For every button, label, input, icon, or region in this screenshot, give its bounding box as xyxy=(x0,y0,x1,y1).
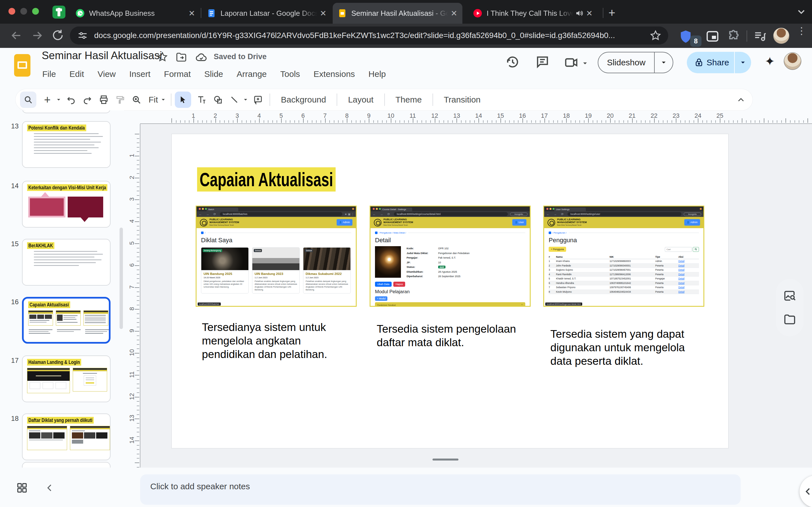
hide-menus-chevron-icon[interactable] xyxy=(737,96,745,104)
slides-toolbar: + Fit Background Layout Theme Transition xyxy=(15,89,753,110)
tab-search-chevron-icon[interactable] xyxy=(796,6,807,17)
select-tool-icon[interactable] xyxy=(175,92,191,108)
tab-google-slides-active[interactable]: Seminar Hasil Aktualisasi - Go ✕ xyxy=(333,3,462,24)
slide-thumbnail-18[interactable]: Daftar Diklat yang pernah diikuti xyxy=(22,413,110,460)
paint-format-icon[interactable] xyxy=(112,92,128,108)
line-dropdown-icon[interactable] xyxy=(243,97,250,103)
filmstrip-scrollbar[interactable] xyxy=(119,228,123,329)
document-title[interactable]: Seminar Hasil Aktualisasi xyxy=(42,50,162,62)
current-slide[interactable]: Capaian Aktualisasi Batch ← → ⟳ localhos… xyxy=(171,134,728,448)
window-zoom-button[interactable] xyxy=(32,8,39,15)
screenshot-diklat-saya[interactable]: Batch ← → ⟳ localhost:8000/batches ★ ▣ ⋮… xyxy=(196,206,357,307)
meet-camera-icon[interactable] xyxy=(564,55,578,70)
menu-file[interactable]: File xyxy=(42,68,56,80)
menu-insert[interactable]: Insert xyxy=(129,68,151,80)
version-history-icon[interactable] xyxy=(505,55,520,69)
lms-account-button: User xyxy=(512,219,526,226)
gemini-spark-icon[interactable]: ✦ xyxy=(765,54,775,68)
extensions-puzzle-icon[interactable] xyxy=(727,29,741,43)
site-settings-icon[interactable] xyxy=(77,30,88,41)
redo-icon[interactable] xyxy=(79,92,96,108)
slide-title-textbox[interactable]: Capaian Aktualisasi xyxy=(197,167,384,191)
share-button[interactable]: Share xyxy=(687,52,751,73)
tab-title: Laporan Latsar - Google Docs xyxy=(220,9,317,18)
pinned-tab[interactable] xyxy=(52,6,65,18)
url-bar[interactable]: docs.google.com/presentation/d/16Y9R-g33… xyxy=(70,26,668,45)
account-avatar[interactable] xyxy=(784,52,801,70)
menu-extensions[interactable]: Extensions xyxy=(313,68,356,80)
caption-2[interactable]: Tersedia sistem pengelolaan daftar mata … xyxy=(377,322,523,349)
tab-whatsapp-business[interactable]: WhatsApp Business ✕ xyxy=(70,3,200,24)
menu-arrange[interactable]: Arrange xyxy=(236,68,267,80)
print-icon[interactable] xyxy=(96,92,112,108)
slideshow-dropdown-icon[interactable] xyxy=(655,59,673,66)
search-menus-icon[interactable] xyxy=(20,92,36,108)
window-minimize-button[interactable] xyxy=(20,8,27,15)
saved-to-drive-cloud-icon[interactable] xyxy=(195,51,207,64)
picture-in-picture-icon[interactable] xyxy=(705,29,719,43)
slide-thumbnail-15[interactable]: BerAKHLAK xyxy=(22,239,110,286)
browser-profile-avatar[interactable] xyxy=(773,27,790,44)
slides-logo-icon[interactable] xyxy=(14,54,31,76)
menu-help[interactable]: Help xyxy=(368,68,387,80)
move-to-folder-icon[interactable] xyxy=(175,51,187,63)
caption-1[interactable]: Tersedianya sistem untuk mengelola angka… xyxy=(202,321,332,361)
insert-comment-icon[interactable] xyxy=(250,92,266,108)
folder-icon[interactable] xyxy=(783,313,796,326)
tab-audio-icon[interactable] xyxy=(575,9,583,17)
screenshot-course-detail[interactable]: Course Detail - Settings ← → ⟳ localhost… xyxy=(370,206,530,307)
slide-thumbnail-16-selected[interactable]: Capaian Aktualisasi xyxy=(22,297,110,344)
shape-tool-icon[interactable] xyxy=(210,92,226,108)
bookmark-star-icon[interactable] xyxy=(650,30,661,41)
browser-menu-icon[interactable]: ⋮ xyxy=(797,28,806,33)
table-row: 7Sebastian Priyono1097976100745406Pesert… xyxy=(549,285,699,290)
zoom-level-label[interactable]: Fit xyxy=(145,95,160,105)
menu-slide[interactable]: Slide xyxy=(204,68,224,80)
menu-edit[interactable]: Edit xyxy=(69,68,85,80)
back-icon[interactable] xyxy=(10,29,23,42)
add-slide-dropdown-icon[interactable] xyxy=(56,97,63,103)
slide-thumbnail-17[interactable]: Halaman Landing & Login xyxy=(22,355,110,402)
notes-resize-handle[interactable] xyxy=(433,459,458,460)
collapse-filmstrip-chevron-icon[interactable] xyxy=(45,483,55,493)
speaker-notes[interactable]: Click to add speaker notes xyxy=(140,474,741,505)
new-tab-button[interactable]: + xyxy=(608,6,615,20)
window-close-button[interactable] xyxy=(8,8,15,15)
add-slide-icon[interactable]: + xyxy=(39,92,56,108)
zoom-dropdown-icon[interactable] xyxy=(160,97,167,103)
star-document-icon[interactable] xyxy=(157,51,168,62)
layout-button[interactable]: Layout xyxy=(341,95,380,105)
share-dropdown-icon[interactable] xyxy=(735,59,751,66)
detail-link: Detail xyxy=(678,260,699,263)
undo-icon[interactable] xyxy=(63,92,79,108)
reload-icon[interactable] xyxy=(51,29,64,42)
tab-close-icon[interactable]: ✕ xyxy=(451,9,457,18)
thumb-title: Daftar Diklat yang pernah diikuti xyxy=(27,417,94,424)
comments-icon[interactable] xyxy=(535,55,550,69)
forward-icon[interactable] xyxy=(31,29,44,42)
camera-dropdown-icon[interactable] xyxy=(581,60,589,67)
tab-google-docs[interactable]: Laporan Latsar - Google Docs ✕ xyxy=(202,3,332,24)
menu-format[interactable]: Format xyxy=(163,68,192,80)
screenshot-pengguna[interactable]: User Settings ← → ⟳ localhost:8000/setti… xyxy=(543,206,704,307)
slideshow-button[interactable]: Slideshow xyxy=(598,52,673,73)
tab-close-icon[interactable]: ✕ xyxy=(189,9,195,18)
menu-tools[interactable]: Tools xyxy=(280,68,301,80)
show-side-panel-button[interactable] xyxy=(800,475,812,507)
theme-button[interactable]: Theme xyxy=(388,95,429,105)
image-search-icon[interactable] xyxy=(783,289,796,302)
tab-close-icon[interactable]: ✕ xyxy=(586,9,593,18)
grid-view-icon[interactable] xyxy=(16,482,28,494)
caption-3[interactable]: Tersedia sistem yang dapat digunakan unt… xyxy=(550,327,691,368)
tab-youtube[interactable]: I Think They Call This Love ✕ xyxy=(468,3,598,24)
media-controls-icon[interactable] xyxy=(753,29,767,43)
slide-thumbnail-13[interactable]: Potensi Konflik dan Kendala xyxy=(22,121,110,168)
tab-close-icon[interactable]: ✕ xyxy=(320,9,326,18)
background-button[interactable]: Background xyxy=(273,95,333,105)
zoom-icon[interactable] xyxy=(128,92,145,108)
slide-thumbnail-14[interactable]: Keterkaitan dengan Visi-Misi Unit Kerja xyxy=(22,181,110,228)
text-box-icon[interactable] xyxy=(193,92,210,108)
transition-button[interactable]: Transition xyxy=(437,95,488,105)
line-tool-icon[interactable] xyxy=(226,92,243,108)
menu-view[interactable]: View xyxy=(97,68,116,80)
